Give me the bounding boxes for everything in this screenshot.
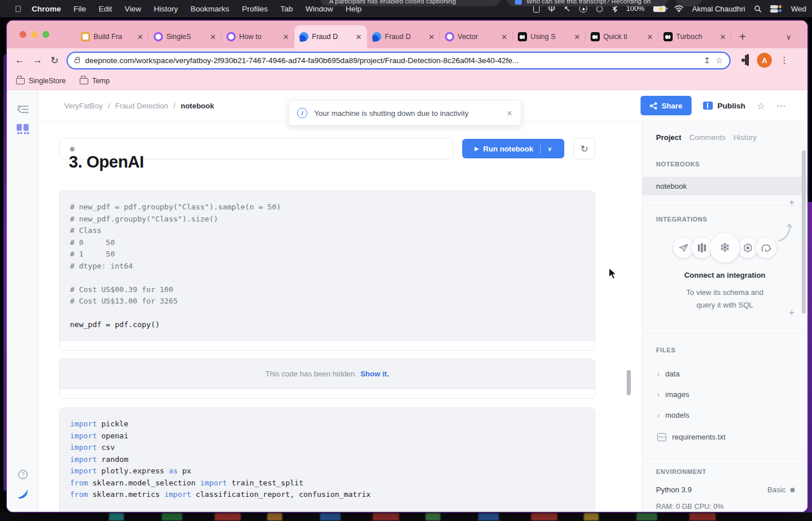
tab-close-icon[interactable]: ✕ bbox=[356, 33, 362, 41]
breadcrumb-workspace[interactable]: VeryFatBoy bbox=[64, 102, 103, 110]
table-of-contents-icon[interactable] bbox=[7, 105, 38, 114]
run-notebook-button[interactable]: ▶ Run notebook ∨ bbox=[462, 139, 564, 158]
browser-tab-4[interactable]: Fraud D✕ bbox=[294, 25, 367, 48]
code-editor-2[interactable]: import pickleimport openaiimport csvimpo… bbox=[60, 408, 595, 512]
browser-tab-5[interactable]: Fraud D✕ bbox=[367, 25, 440, 48]
sidebar-tab-comments[interactable]: Comments bbox=[689, 133, 725, 142]
menubar-account-name[interactable]: Akmal Chaudhri bbox=[692, 5, 745, 13]
url-text[interactable]: deepnote.com/workspace/veryfatboy-2f930b… bbox=[85, 56, 698, 65]
snowflake-integration-icon[interactable]: ❄ bbox=[710, 233, 740, 263]
menu-item-tab[interactable]: Tab bbox=[280, 5, 293, 13]
reload-button[interactable]: ↻ bbox=[50, 55, 58, 67]
browser-tab-9[interactable]: Turboch✕ bbox=[658, 25, 731, 48]
browser-tab-8[interactable]: Quick ti✕ bbox=[585, 25, 658, 48]
breadcrumb-notebook[interactable]: notebook bbox=[181, 102, 214, 110]
redshift-integration-icon[interactable] bbox=[692, 238, 712, 258]
add-notebook-button[interactable]: + bbox=[789, 197, 795, 208]
help-icon[interactable]: ? bbox=[7, 469, 38, 480]
sidebar-scrollbar-thumb[interactable] bbox=[802, 150, 806, 314]
menu-item-bookmarks[interactable]: Bookmarks bbox=[190, 5, 229, 13]
menu-item-history[interactable]: History bbox=[154, 5, 178, 13]
forward-button[interactable]: → bbox=[33, 55, 42, 66]
browser-tab-3[interactable]: How to✕ bbox=[221, 25, 294, 48]
minimize-window-button[interactable] bbox=[31, 31, 38, 38]
profile-avatar[interactable]: A bbox=[757, 53, 772, 68]
folder-name: data bbox=[665, 370, 680, 378]
bigquery-integration-icon[interactable] bbox=[737, 238, 758, 258]
tab-favicon-deepnote bbox=[299, 32, 309, 41]
back-button[interactable]: ← bbox=[15, 55, 25, 66]
active-app-name[interactable]: Chrome bbox=[32, 5, 61, 13]
bookmark-temp[interactable]: Temp bbox=[80, 77, 110, 85]
sidebar-tab-history[interactable]: History bbox=[733, 133, 756, 142]
tab-close-icon[interactable]: ✕ bbox=[137, 33, 143, 41]
folder-item-models[interactable]: ›models bbox=[642, 411, 807, 419]
tab-title: Vector bbox=[458, 33, 498, 41]
zoom-window-button[interactable] bbox=[42, 31, 49, 38]
restart-machine-button[interactable]: ↻ bbox=[573, 138, 595, 160]
share-icon bbox=[650, 102, 657, 110]
tab-close-icon[interactable]: ✕ bbox=[574, 33, 580, 41]
folder-item-images[interactable]: ›images bbox=[642, 390, 807, 399]
menu-item-view[interactable]: View bbox=[124, 5, 141, 13]
code-editor-1[interactable]: # new_pdf = pdf.groupby("Class").sample(… bbox=[60, 191, 595, 340]
tab-search-chevron-icon[interactable]: ∨ bbox=[786, 33, 791, 41]
tab-close-icon[interactable]: ✕ bbox=[501, 33, 508, 41]
left-rail: ? bbox=[7, 90, 38, 512]
tab-close-icon[interactable]: ✕ bbox=[647, 33, 653, 41]
tab-close-icon[interactable]: ✕ bbox=[210, 33, 216, 41]
browser-window: Build Fra✕SingleS✕How to✕Fraud D✕Fraud D… bbox=[7, 21, 807, 512]
file-item-requirements[interactable]: TXT requirements.txt bbox=[642, 433, 807, 441]
tab-close-icon[interactable]: ✕ bbox=[720, 33, 726, 41]
tab-close-icon[interactable]: ✕ bbox=[283, 33, 289, 41]
menu-item-file[interactable]: File bbox=[73, 5, 86, 13]
show-code-link[interactable]: Show it. bbox=[360, 370, 389, 378]
folder-item-data[interactable]: ›data bbox=[642, 370, 807, 378]
integrations-section-header: INTEGRATIONS + bbox=[642, 216, 807, 223]
browser-tab-7[interactable]: Using S✕ bbox=[513, 25, 585, 48]
favorite-star-button[interactable]: ☆ bbox=[757, 100, 765, 111]
cell-status-dot bbox=[70, 147, 75, 151]
bookmark-star-icon[interactable]: ☆ bbox=[716, 56, 723, 65]
tab-close-icon[interactable]: ✕ bbox=[428, 33, 435, 41]
paper-plane-integration-icon[interactable] bbox=[673, 238, 694, 258]
battery-icon[interactable]: ⚡ bbox=[653, 6, 666, 12]
integrations-rail-icon[interactable] bbox=[7, 123, 38, 136]
sidebar-tab-project[interactable]: Project bbox=[656, 133, 681, 142]
fast-user-switch-icon[interactable] bbox=[770, 5, 783, 13]
tab-title: Turboch bbox=[676, 33, 716, 41]
more-options-button[interactable]: ⋯ bbox=[776, 100, 786, 111]
chevron-right-icon: › bbox=[657, 370, 659, 378]
new-tab-button[interactable]: + bbox=[739, 30, 746, 44]
browser-menu-icon[interactable]: ⋮ bbox=[780, 55, 789, 65]
address-bar[interactable]: deepnote.com/workspace/veryfatboy-2f930b… bbox=[67, 52, 731, 69]
share-page-icon[interactable]: ↥ bbox=[704, 56, 710, 65]
browser-tab-6[interactable]: Vector✕ bbox=[440, 25, 513, 48]
publish-button[interactable]: Publish bbox=[703, 102, 745, 110]
postgresql-integration-icon[interactable] bbox=[756, 238, 776, 258]
tab-title: Fraud D bbox=[312, 33, 352, 41]
section-heading: 3. OpenAI bbox=[69, 153, 144, 172]
menu-item-edit[interactable]: Edit bbox=[99, 5, 112, 13]
close-window-button[interactable] bbox=[19, 31, 26, 38]
sidebar-item-notebook[interactable]: notebook bbox=[642, 177, 807, 195]
chevron-right-icon: › bbox=[657, 391, 659, 399]
deepnote-app: ? VeryFatBoy/ Fraud Detection/ notebook … bbox=[7, 90, 807, 512]
deepnote-logo[interactable] bbox=[7, 488, 38, 500]
apple-menu-icon[interactable]:  bbox=[15, 4, 21, 14]
side-panel-icon[interactable] bbox=[747, 55, 749, 65]
browser-tab-2[interactable]: SingleS✕ bbox=[149, 25, 221, 48]
share-button[interactable]: Share bbox=[641, 96, 692, 115]
macos-dock[interactable] bbox=[0, 512, 812, 521]
breadcrumb-project[interactable]: Fraud Detection bbox=[115, 102, 169, 110]
toast-close-icon[interactable]: ✕ bbox=[506, 109, 513, 118]
bookmark-label: Temp bbox=[92, 77, 110, 85]
lock-icon[interactable] bbox=[75, 59, 80, 63]
tab-favicon-medium bbox=[591, 32, 600, 41]
notebook-scrollbar-thumb[interactable] bbox=[627, 370, 631, 395]
environment-runtime-row[interactable]: Python 3.9 Basic bbox=[642, 485, 807, 494]
menu-item-profiles[interactable]: Profiles bbox=[242, 5, 268, 13]
bookmark-singlestore[interactable]: SingleStore bbox=[16, 77, 66, 85]
spotlight-search-icon[interactable] bbox=[754, 5, 762, 13]
browser-tab-1[interactable]: Build Fra✕ bbox=[76, 25, 149, 48]
